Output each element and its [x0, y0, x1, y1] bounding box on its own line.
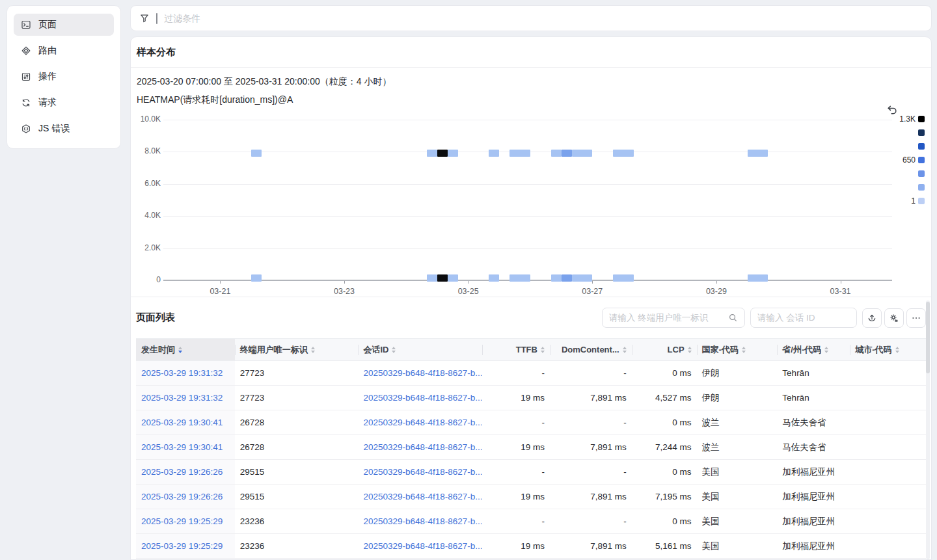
- column-header-country[interactable]: 国家-代码: [697, 339, 778, 360]
- column-header-user_id[interactable]: 终端用户唯一标识: [235, 339, 359, 360]
- filter-input[interactable]: [164, 13, 923, 23]
- sidebar-item-js-error[interactable]: JS 错误: [14, 118, 114, 140]
- column-header-label: TTFB: [516, 345, 537, 354]
- cell-province: 马佐夫舍省: [777, 410, 850, 434]
- legend-swatch: [918, 184, 925, 191]
- column-header-label: 发生时间: [141, 344, 175, 356]
- cell-country: 美国: [697, 485, 778, 509]
- cell-occur_time: 2025-03-29 19:30:41: [136, 410, 235, 434]
- cell-dom_content: -: [550, 410, 632, 434]
- column-settings-button[interactable]: [884, 308, 904, 328]
- session_id-link[interactable]: 20250329-b648-4f18-8627-b...: [363, 541, 482, 551]
- sort-arrows-icon: [895, 347, 899, 353]
- sort-arrows-icon: [541, 347, 545, 353]
- cell-country: 美国: [697, 509, 778, 533]
- heatmap-cell: [437, 274, 448, 282]
- session_id-link[interactable]: 20250329-b648-4f18-8627-b...: [363, 368, 482, 378]
- column-header-province[interactable]: 省/州-代码: [777, 339, 850, 360]
- cell-user_id: 26728: [235, 410, 359, 434]
- gridline: [163, 184, 892, 185]
- cell-city: [850, 386, 926, 410]
- sidebar-item-request[interactable]: 请求: [14, 92, 114, 114]
- cell-session_id: 20250329-b648-4f18-8627-b...: [358, 509, 482, 533]
- filter-bar: [130, 5, 932, 31]
- column-header-label: LCP: [668, 345, 685, 354]
- cell-dom_content: 7,891 ms: [550, 386, 632, 410]
- cell-province: 加利福尼亚州: [777, 534, 850, 558]
- x-axis-tick-label: 03-23: [323, 287, 365, 296]
- cell-country: 美国: [697, 534, 778, 558]
- cell-ttfb: -: [482, 361, 550, 385]
- column-header-lcp[interactable]: LCP: [632, 339, 697, 360]
- sidebar-item-route[interactable]: 路由: [14, 40, 114, 62]
- occur_time-link[interactable]: 2025-03-29 19:31:32: [141, 393, 223, 403]
- sidebar-item-page[interactable]: 页面: [14, 14, 114, 36]
- cell-ttfb: 19 ms: [482, 534, 550, 558]
- cell-user_id: 29515: [235, 485, 359, 509]
- heatmap-cell: [509, 274, 530, 282]
- occur_time-link[interactable]: 2025-03-29 19:25:29: [141, 516, 223, 526]
- sample-heatmap-chart[interactable]: 02.0K4.0K6.0K8.0K10.0K03-2103-2303-2503-…: [136, 111, 926, 297]
- user-id-search-input[interactable]: [609, 313, 728, 323]
- column-header-occur_time[interactable]: 发生时间: [136, 339, 235, 360]
- heatmap-cell: [613, 274, 634, 282]
- session_id-link[interactable]: 20250329-b648-4f18-8627-b...: [363, 418, 482, 427]
- table-row: 2025-03-29 19:30:412672820250329-b648-4f…: [136, 435, 926, 460]
- action-icon: [21, 72, 31, 82]
- cell-session_id: 20250329-b648-4f18-8627-b...: [358, 386, 482, 410]
- cell-occur_time: 2025-03-29 19:26:26: [136, 485, 235, 509]
- cell-session_id: 20250329-b648-4f18-8627-b...: [358, 361, 482, 385]
- cell-province: 马佐夫舍省: [777, 435, 850, 459]
- cell-session_id: 20250329-b648-4f18-8627-b...: [358, 485, 482, 509]
- heatmap-cell: [562, 150, 572, 157]
- column-header-ttfb[interactable]: TTFB: [482, 339, 550, 360]
- column-header-label: 会话ID: [363, 344, 388, 356]
- session_id-link[interactable]: 20250329-b648-4f18-8627-b...: [363, 442, 482, 452]
- occur_time-link[interactable]: 2025-03-29 19:30:41: [141, 442, 223, 452]
- occur_time-link[interactable]: 2025-03-29 19:31:32: [141, 368, 223, 378]
- table-row: 2025-03-29 19:30:412672820250329-b648-4f…: [136, 410, 926, 435]
- gear-icon: [889, 313, 899, 323]
- session-id-search-input[interactable]: [757, 313, 873, 323]
- ellipsis-icon: [911, 313, 921, 323]
- session_id-link[interactable]: 20250329-b648-4f18-8627-b...: [363, 467, 482, 477]
- session_id-link[interactable]: 20250329-b648-4f18-8627-b...: [363, 516, 482, 526]
- cell-occur_time: 2025-03-29 19:26:26: [136, 460, 235, 484]
- table-scrollbar[interactable]: [926, 300, 930, 559]
- column-header-dom_content[interactable]: DomContent...: [550, 339, 632, 360]
- cell-city: [850, 534, 926, 558]
- occur_time-link[interactable]: 2025-03-29 19:30:41: [141, 418, 223, 427]
- sample-meta: 2025-03-20 07:00:00 至 2025-03-31 20:00:0…: [131, 68, 931, 111]
- cell-ttfb: 19 ms: [482, 435, 550, 459]
- cell-lcp: 0 ms: [632, 361, 697, 385]
- cell-country: 伊朗: [697, 386, 778, 410]
- heatmap-formula-label: HEATMAP(请求耗时[duration_ms])@A: [137, 94, 925, 106]
- occur_time-link[interactable]: 2025-03-29 19:25:29: [141, 541, 223, 551]
- sidebar-item-label: 操作: [38, 71, 57, 83]
- occur_time-link[interactable]: 2025-03-29 19:26:26: [141, 492, 223, 501]
- cell-occur_time: 2025-03-29 19:25:29: [136, 509, 235, 533]
- cell-occur_time: 2025-03-29 19:25:29: [136, 534, 235, 558]
- cell-lcp: 0 ms: [632, 410, 697, 434]
- table-row: 2025-03-29 19:26:262951520250329-b648-4f…: [136, 485, 926, 509]
- sidebar-item-action[interactable]: 操作: [14, 66, 114, 88]
- x-axis-tick-label: 03-25: [448, 287, 489, 296]
- session_id-link[interactable]: 20250329-b648-4f18-8627-b...: [363, 393, 482, 403]
- occur_time-link[interactable]: 2025-03-29 19:26:26: [141, 467, 223, 477]
- table-scrollbar-thumb[interactable]: [926, 302, 930, 373]
- y-axis-tick-label: 0: [135, 275, 161, 284]
- cell-city: [850, 485, 926, 509]
- legend-label: 650: [883, 155, 916, 165]
- more-actions-button[interactable]: [906, 308, 926, 328]
- cell-province: 加利福尼亚州: [777, 460, 850, 484]
- export-button[interactable]: [862, 308, 882, 328]
- legend-label: 1.3K: [883, 114, 916, 124]
- cell-city: [850, 509, 926, 533]
- column-header-city[interactable]: 城市-代码: [850, 339, 926, 360]
- session_id-link[interactable]: 20250329-b648-4f18-8627-b...: [363, 492, 482, 501]
- cell-ttfb: 19 ms: [482, 485, 550, 509]
- cell-user_id: 23236: [235, 534, 359, 558]
- filter-funnel-icon: [139, 13, 150, 23]
- column-header-session_id[interactable]: 会话ID: [358, 339, 482, 360]
- page-list-title: 页面列表: [136, 312, 175, 324]
